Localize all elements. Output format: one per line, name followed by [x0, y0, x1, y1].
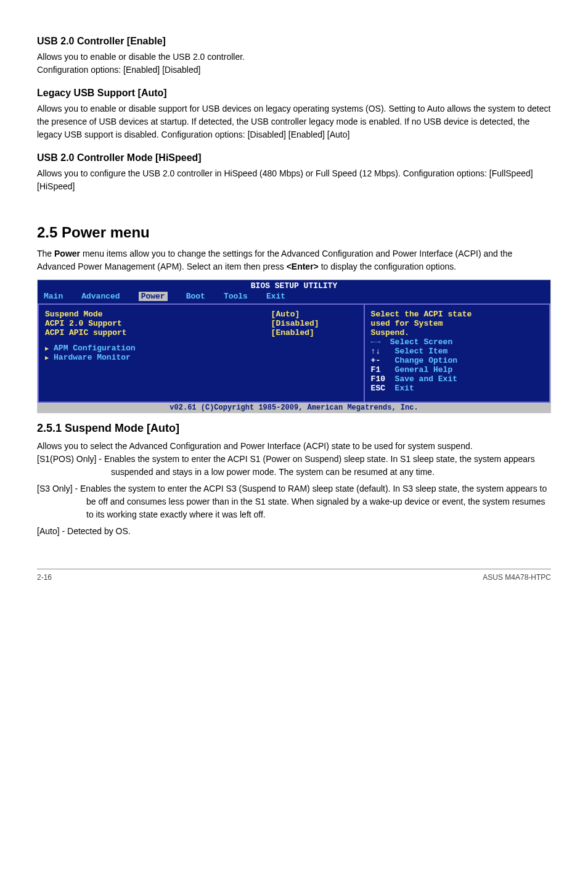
bios-link-hwmon[interactable]: Hardware Monitor [45, 353, 357, 362]
intro-bold2: <Enter> [287, 262, 319, 271]
bios-menu-tools[interactable]: Tools [224, 292, 248, 301]
legend-key-4: F10 [371, 374, 395, 384]
bios-footer: v02.61 (C)Copyright 1985-2009, American … [38, 403, 550, 413]
power-menu-heading: 2.5 Power menu [37, 224, 551, 241]
legend-desc-2: Change Option [395, 356, 457, 365]
power-menu-intro: The Power menu items allow you to change… [37, 247, 551, 273]
legacy-usb-desc: Allows you to enable or disable support … [37, 102, 551, 141]
bios-menu-exit[interactable]: Exit [266, 292, 285, 301]
usb20-mode-desc: Allows you to configure the USB 2.0 cont… [37, 167, 551, 193]
bios-menu-bar: Main Advanced Power Boot Tools Exit [38, 291, 550, 303]
suspend-value: [Auto] [271, 310, 357, 319]
suspend-auto-desc: [Auto] - Detected by OS. [37, 525, 551, 538]
suspend-mode-desc: Allows you to select the Advanced Config… [37, 440, 551, 453]
acpiapic-label: ACPI APIC support [45, 328, 271, 337]
acpi20-label: ACPI 2.0 Support [45, 319, 271, 328]
bios-window: BIOS SETUP UTILITY Main Advanced Power B… [37, 279, 551, 413]
bios-menu-main[interactable]: Main [44, 292, 63, 301]
suspend-s1-desc: [S1(POS) Only] - Enables the system to e… [37, 453, 551, 479]
legend-key-3: F1 [371, 365, 395, 374]
bios-help-text: Select the ACPI state used for System Su… [371, 310, 544, 337]
help-line2: used for System [371, 319, 544, 328]
page-footer: 2-16 ASUS M4A78-HTPC [37, 569, 551, 582]
legend-key-5: ESC [371, 384, 395, 393]
bios-row-acpi20[interactable]: ACPI 2.0 Support [Disabled] [45, 319, 357, 328]
usb20-mode-heading: USB 2.0 Controller Mode [HiSpeed] [37, 152, 551, 163]
bios-left-pane: Suspend Mode [Auto] ACPI 2.0 Support [Di… [38, 305, 365, 403]
legend-key-1: ↑↓ [371, 347, 395, 356]
product-name: ASUS M4A78-HTPC [483, 573, 551, 582]
intro-part3: to display the configuration options. [319, 262, 456, 271]
legend-desc-4: Save and Exit [395, 374, 457, 384]
bios-row-suspend[interactable]: Suspend Mode [Auto] [45, 310, 357, 319]
legend-key-0: ←→ [371, 337, 390, 347]
bios-menu-power[interactable]: Power [139, 292, 168, 301]
legend-desc-5: Exit [395, 384, 414, 393]
suspend-label: Suspend Mode [45, 310, 271, 319]
intro-bold1: Power [54, 249, 80, 258]
bios-menu-advanced[interactable]: Advanced [81, 292, 120, 301]
bios-body: Suspend Mode [Auto] ACPI 2.0 Support [Di… [38, 303, 550, 403]
suspend-mode-heading: 2.5.1 Suspend Mode [Auto] [37, 422, 551, 435]
legend-desc-1: Select Item [395, 347, 448, 356]
acpi20-value: [Disabled] [271, 319, 357, 328]
bios-link-apm[interactable]: APM Configuration [45, 344, 357, 353]
legend-desc-0: Select Screen [390, 337, 452, 347]
bios-menu-boot[interactable]: Boot [186, 292, 205, 301]
bios-row-acpiapic[interactable]: ACPI APIC support [Enabled] [45, 328, 357, 337]
legend-desc-3: General Help [395, 365, 453, 374]
bios-right-pane: Select the ACPI state used for System Su… [365, 305, 550, 403]
usb20-controller-heading: USB 2.0 Controller [Enable] [37, 36, 551, 47]
acpiapic-value: [Enabled] [271, 328, 357, 337]
legacy-usb-heading: Legacy USB Support [Auto] [37, 88, 551, 99]
page-number: 2-16 [37, 573, 52, 582]
suspend-s3-desc: [S3 Only] - Enables the system to enter … [37, 482, 551, 521]
bios-legend: ←→ Select Screen ↑↓ Select Item +- Chang… [371, 337, 544, 397]
intro-part1: The [37, 249, 54, 258]
usb20-controller-desc1: Allows you to enable or disable the USB … [37, 51, 551, 64]
legend-key-2: +- [371, 356, 395, 365]
usb20-controller-desc2: Configuration options: [Enabled] [Disabl… [37, 64, 551, 76]
help-line3: Suspend. [371, 328, 544, 337]
help-line1: Select the ACPI state [371, 310, 544, 319]
bios-title: BIOS SETUP UTILITY [38, 280, 550, 291]
